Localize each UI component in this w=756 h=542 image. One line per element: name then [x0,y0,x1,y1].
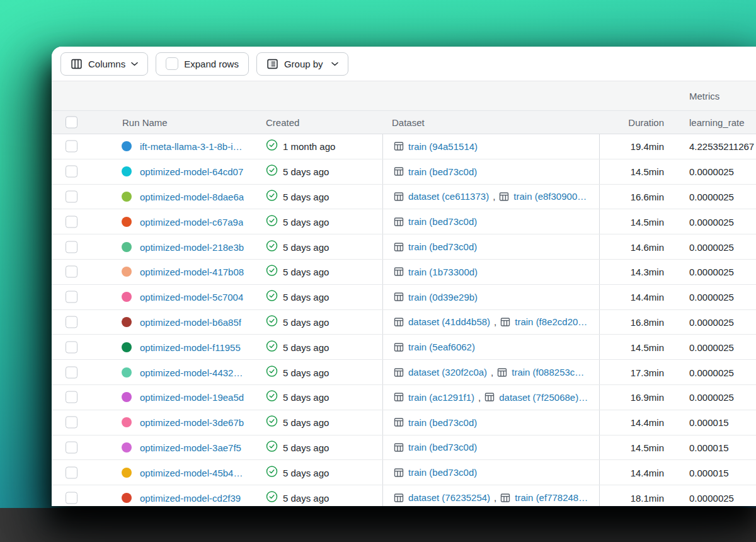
table-toolbar: Columns Expand rows [52,47,756,81]
run-color-dot [122,442,132,453]
dataset-link[interactable]: train (bed73c0d) [394,417,477,428]
run-color-dot [122,166,132,176]
row-checkbox[interactable] [66,316,77,328]
run-name-link[interactable]: optimized-model-417b08 [140,267,244,277]
run-name-link[interactable]: optimized-model-5c7004 [140,292,243,303]
dataset-link[interactable]: train (0d39e29b) [394,292,478,303]
dataset-link[interactable]: dataset (76235254) [394,492,490,503]
row-checkbox[interactable] [66,492,77,504]
header-dataset[interactable]: Dataset [392,117,425,128]
row-checkbox[interactable] [66,417,77,429]
duration-value: 14.3min [593,267,664,277]
table-icon [394,192,404,202]
learning-rate-value: 0.0000025 [689,267,734,277]
row-checkbox[interactable] [66,341,77,353]
dataset-link-label: dataset (76235254) [408,492,490,503]
expand-rows-checkbox[interactable] [166,57,178,70]
row-checkbox[interactable] [66,291,77,303]
row-checkbox[interactable] [66,190,77,202]
dataset-link[interactable]: train (e8f30900… [499,191,587,202]
row-checkbox[interactable] [66,441,77,453]
dataset-link[interactable]: dataset (7f25068e)… [484,392,588,403]
run-color-dot [122,493,132,503]
group-by-button[interactable]: Group by [256,52,348,76]
dataset-link-label: train (bed73c0d) [408,166,477,177]
table-icon [499,192,509,202]
table-icon [394,468,404,478]
dataset-link[interactable]: train (ef778248… [500,492,588,503]
status-check-icon [266,239,278,254]
select-all-checkbox[interactable] [66,117,77,129]
table-row: optimized-model-8dae6a 5 days ago datase… [52,185,756,210]
dataset-link[interactable]: dataset (41dd4b58) [394,316,490,327]
dataset-link[interactable]: train (bed73c0d) [394,442,477,453]
run-name-link[interactable]: optimized-model-b6a85f [140,316,241,327]
dataset-link[interactable]: train (1b73300d) [394,267,478,277]
expand-rows-button[interactable]: Expand rows [156,52,249,76]
row-checkbox[interactable] [66,241,77,253]
run-color-dot [122,217,132,227]
dataset-link[interactable]: train (bed73c0d) [394,467,477,478]
row-checkbox[interactable] [66,391,77,403]
run-name-link[interactable]: optimized-model-19ea5d [140,392,244,403]
row-checkbox[interactable] [66,141,77,153]
learning-rate-value: 0.0000025 [689,392,734,403]
run-name-link[interactable]: optimized-model-c67a9a [140,216,243,227]
dataset-cell: dataset (ce611373) , train (e8f30900… [382,185,600,209]
dataset-link-label: train (bed73c0d) [408,417,477,428]
row-checkbox[interactable] [66,266,77,278]
dataset-link[interactable]: train (bed73c0d) [394,166,477,177]
run-color-dot [122,417,132,427]
run-name-link[interactable]: optimized-model-64cd07 [140,166,243,177]
run-name-link[interactable]: optimized-model-4432… [140,367,243,378]
dataset-link[interactable]: train (5eaf6062) [394,342,475,352]
row-checkbox[interactable] [66,366,77,378]
run-name-link[interactable]: ift-meta-llama-3-1-8b-i… [140,141,243,152]
run-name-link[interactable]: optimized-model-cd2f39 [140,492,241,503]
dataset-link[interactable]: train (f088253c… [497,367,584,378]
row-checkbox[interactable] [66,166,77,178]
dataset-link-label: train (f088253c… [512,367,584,378]
run-name-link[interactable]: optimized-model-3ae7f5 [140,442,241,453]
dataset-separator: , [474,392,484,403]
created-time: 5 days ago [283,216,329,227]
run-name-link[interactable]: optimized-model-3de67b [140,417,244,428]
dataset-link[interactable]: dataset (320f2c0a) [394,367,487,378]
header-learning-rate[interactable]: learning_rate [689,117,745,128]
created-time: 5 days ago [283,166,329,177]
row-checkbox[interactable] [66,216,77,228]
table-row: optimized-model-4432… 5 days ago dataset… [52,360,756,385]
dataset-cell: dataset (320f2c0a) , train (f088253c… [382,360,600,384]
dataset-link[interactable]: dataset (ce611373) [394,191,489,202]
run-name-link[interactable]: optimized-model-218e3b [140,241,244,252]
dataset-cell: dataset (76235254) , train (ef778248… [382,485,600,506]
columns-button[interactable]: Columns [60,52,148,76]
columns-icon [71,58,83,70]
learning-rate-value: 0.0000025 [689,316,734,327]
run-name-link[interactable]: optimized-model-f11955 [140,342,241,352]
table-icon [394,493,404,503]
created-time: 5 days ago [283,367,329,378]
dataset-link[interactable]: train (94a51514) [394,141,478,152]
status-check-icon [266,139,278,154]
dataset-cell: train (5eaf6062) [382,335,600,359]
dataset-link[interactable]: train (bed73c0d) [394,216,477,227]
dataset-link[interactable]: train (ac1291f1) [394,392,474,403]
header-created[interactable]: Created [266,117,299,128]
status-check-icon [266,164,278,179]
dataset-link[interactable]: train (f8e2cd20… [500,316,587,327]
dataset-cell: train (bed73c0d) [382,209,600,234]
table-row: optimized-model-3de67b 5 days ago train … [52,410,756,435]
table-row: optimized-model-218e3b 5 days ago train … [52,234,756,260]
run-name-link[interactable]: optimized-model-45b4… [140,467,243,478]
duration-value: 17.3min [593,367,664,378]
run-name-link[interactable]: optimized-model-8dae6a [140,191,244,202]
row-checkbox[interactable] [66,466,77,478]
header-run-name[interactable]: Run Name [122,117,168,128]
table-icon [394,217,404,227]
status-check-icon [266,189,278,204]
dataset-link[interactable]: train (bed73c0d) [394,241,477,252]
header-duration[interactable]: Duration [593,117,664,128]
table-row: optimized-model-45b4… 5 days ago train (… [52,460,756,485]
table-icon [500,493,510,503]
